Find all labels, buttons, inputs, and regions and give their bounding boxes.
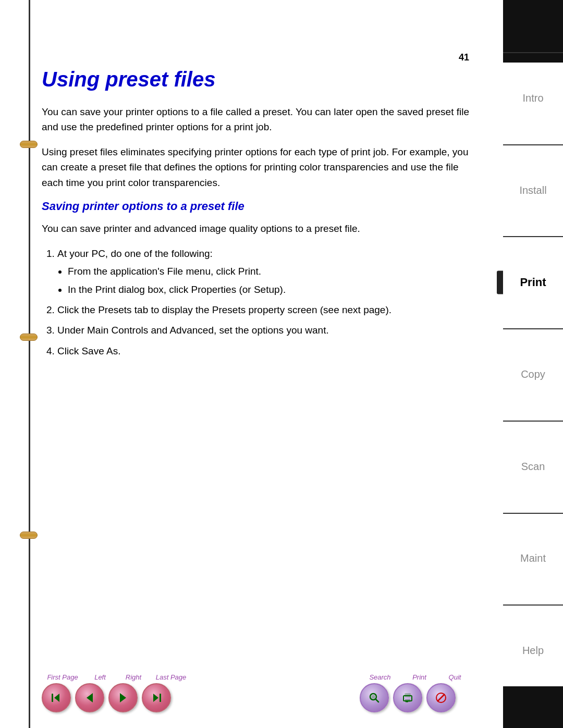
nav-labels-left: First Page Left Right Last Page	[42, 673, 192, 681]
binder-ring-1	[20, 141, 38, 148]
sidebar-label-install: Install	[519, 184, 546, 196]
sidebar-item-help[interactable]: Help	[503, 604, 563, 697]
section-intro: You can save printer and advanced image …	[42, 221, 469, 236]
section-title: Saving printer options to a preset file	[42, 200, 469, 213]
step-1-bullets: From the application's File menu, click …	[68, 264, 469, 297]
label-search: Search	[362, 673, 398, 681]
nav-left-group: First Page Left Right Last Page	[42, 673, 192, 712]
svg-marker-1	[54, 694, 59, 702]
print-button[interactable]	[393, 683, 422, 712]
step-1-text: At your PC, do one of the following:	[57, 248, 213, 259]
label-left: Left	[83, 673, 117, 681]
sidebar-label-print: Print	[520, 276, 546, 289]
intro-paragraph-1: You can save your printer options to a f…	[42, 104, 469, 135]
svg-rect-13	[406, 701, 408, 702]
search-button[interactable]	[360, 683, 389, 712]
sidebar-item-copy[interactable]: Copy	[503, 328, 563, 421]
label-quit: Quit	[440, 673, 469, 681]
sidebar-item-maint[interactable]: Maint	[503, 513, 563, 605]
svg-rect-4	[160, 694, 161, 702]
step-2: Click the Presets tab to display the Pre…	[57, 302, 469, 317]
next-page-button[interactable]	[108, 683, 138, 712]
previous-page-button[interactable]	[75, 683, 104, 712]
label-print: Print	[402, 673, 436, 681]
step-3: Under Main Controls and Advanced, set th…	[57, 323, 469, 338]
sidebar-item-intro[interactable]: Intro	[503, 52, 563, 144]
nav-right-group: Search Print Quit	[360, 673, 469, 712]
steps-list: At your PC, do one of the following: Fro…	[57, 246, 469, 359]
intro-paragraph-2: Using preset files eliminates specifying…	[42, 144, 469, 190]
svg-marker-3	[120, 693, 126, 702]
nav-icons-left	[42, 683, 171, 712]
last-page-button[interactable]	[142, 683, 171, 712]
svg-rect-0	[52, 694, 53, 702]
sidebar-items: Intro Install Print Copy Scan Maint Help	[503, 52, 563, 697]
label-last-page: Last Page	[150, 673, 192, 681]
binder-ring-3	[20, 532, 38, 539]
sidebar-label-help: Help	[522, 645, 544, 657]
bullet-2: In the Print dialog box, click Propertie…	[68, 282, 469, 297]
sidebar-item-scan[interactable]: Scan	[503, 421, 563, 513]
binder-line	[29, 0, 30, 728]
main-title: Using preset files	[42, 68, 469, 91]
svg-marker-2	[87, 693, 93, 702]
svg-line-7	[376, 699, 379, 702]
label-first-page: First Page	[42, 673, 83, 681]
bottom-nav: First Page Left Right Last Page	[42, 673, 480, 712]
svg-rect-10	[405, 694, 410, 697]
page-number: 41	[459, 52, 469, 63]
binder-ring-2	[20, 334, 38, 341]
svg-point-8	[372, 695, 375, 699]
nav-labels-right: Search Print Quit	[362, 673, 469, 681]
nav-icons-right	[360, 683, 456, 712]
bullet-1: From the application's File menu, click …	[68, 264, 469, 279]
sidebar-bottom-bar	[503, 686, 563, 728]
step-4: Click Save As.	[57, 343, 469, 359]
svg-rect-12	[406, 700, 410, 701]
sidebar: Intro Install Print Copy Scan Maint Help	[503, 0, 563, 728]
svg-marker-5	[153, 694, 158, 702]
main-content: 41 Using preset files You can save your …	[42, 52, 469, 665]
sidebar-label-scan: Scan	[521, 461, 545, 473]
first-page-button[interactable]	[42, 683, 71, 712]
quit-button[interactable]	[426, 683, 456, 712]
sidebar-label-intro: Intro	[522, 92, 543, 104]
sidebar-label-copy: Copy	[521, 368, 545, 380]
label-right: Right	[117, 673, 150, 681]
sidebar-label-maint: Maint	[520, 552, 546, 564]
sidebar-item-print[interactable]: Print	[503, 236, 563, 328]
svg-line-15	[437, 694, 445, 701]
sidebar-item-install[interactable]: Install	[503, 144, 563, 237]
step-1: At your PC, do one of the following: Fro…	[57, 246, 469, 297]
